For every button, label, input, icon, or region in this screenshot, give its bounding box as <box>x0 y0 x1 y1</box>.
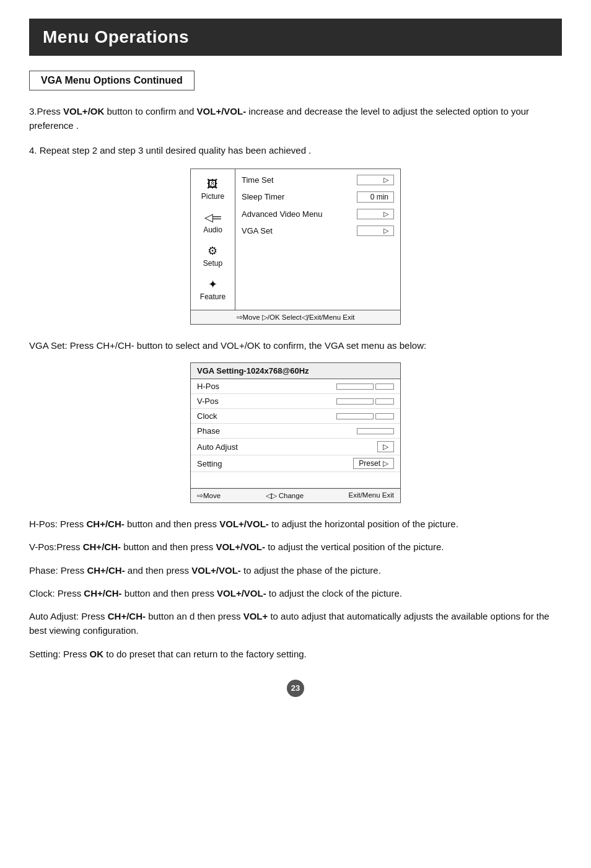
vga-set-intro: VGA Set: Press CH+/CH- button to select … <box>29 338 562 353</box>
paragraph-1: 3.Press VOL+/OK button to confirm and VO… <box>29 104 562 133</box>
desc-vpos: V-Pos:Press CH+/CH- button and then pres… <box>29 540 562 554</box>
vga-row-empty <box>191 472 400 488</box>
vga-row-clock: Clock <box>191 409 400 424</box>
vga-row-vpos: V-Pos <box>191 394 400 409</box>
menu-row-vgaset: VGA Set ▷ <box>235 222 400 239</box>
clock-bar2 <box>375 413 394 419</box>
desc-phase: Phase: Press CH+/CH- and then press VOL+… <box>29 563 562 577</box>
vga-setting-mockup: VGA Setting-1024x768@60Hz H-Pos V-Pos Cl… <box>190 362 401 503</box>
hpos-bar2 <box>375 384 394 390</box>
desc-clock: Clock: Press CH+/CH- button and then pre… <box>29 586 562 600</box>
vga-row-phase: Phase <box>191 424 400 439</box>
vga-setting-title: VGA Setting-1024x768@60Hz <box>191 363 400 379</box>
sidebar-item-picture: 🖼 Picture <box>199 173 227 206</box>
menu-row-timeset: Time Set ▷ <box>235 172 400 188</box>
setup-icon: ⚙ <box>203 244 222 258</box>
menu-main: Time Set ▷ Sleep Timer 0 min Advanced Vi… <box>235 169 400 310</box>
vga-footer: ⇨Move ◁▷ Change Exit/Menu Exit <box>191 488 400 502</box>
vga-footer-move: ⇨Move <box>197 491 221 500</box>
vga-row-autoadjust: Auto Adjust ▷ <box>191 439 400 455</box>
sidebar-item-setup: ⚙ Setup <box>201 239 225 273</box>
vga-row-setting: Setting Preset ▷ <box>191 455 400 472</box>
vpos-bar2 <box>375 398 394 405</box>
section-title: VGA Menu Options Continued <box>29 71 195 90</box>
clock-bar1 <box>336 413 374 419</box>
paragraph-2: 4. Repeat step 2 and step 3 until desire… <box>29 143 562 157</box>
picture-icon: 🖼 <box>201 178 224 191</box>
page-number: 23 <box>287 680 304 697</box>
page-header: Menu Operations <box>29 19 562 56</box>
menu-row-advvideo: Advanced Video Menu ▷ <box>235 206 400 222</box>
audio-icon: ◁═ <box>203 211 222 224</box>
page-number-container: 23 <box>29 680 562 697</box>
menu-row-empty1 <box>235 239 400 255</box>
preset-label: Preset <box>359 459 380 468</box>
vga-footer-change: ◁▷ Change <box>266 491 304 500</box>
vga-row-hpos: H-Pos <box>191 379 400 394</box>
menu-mockup: 🖼 Picture ◁═ Audio ⚙ Setup ✦ Feature <box>190 169 401 325</box>
sidebar-item-audio: ◁═ Audio <box>201 206 225 239</box>
desc-autoadj: Auto Adjust: Press CH+/CH- button an d t… <box>29 609 562 638</box>
hpos-bar1 <box>336 384 374 390</box>
feature-icon: ✦ <box>200 278 225 291</box>
menu-sidebar: 🖼 Picture ◁═ Audio ⚙ Setup ✦ Feature <box>191 169 235 310</box>
sidebar-item-feature: ✦ Feature <box>198 273 228 306</box>
phase-bar1 <box>357 428 394 434</box>
vpos-bar1 <box>336 398 374 405</box>
vga-footer-exit: Exit/Menu Exit <box>348 491 394 500</box>
menu-row-empty2 <box>235 255 400 270</box>
page-title: Menu Operations <box>43 27 548 47</box>
menu-row-sleeptimer: Sleep Timer 0 min <box>235 188 400 206</box>
desc-hpos: H-Pos: Press CH+/CH- button and then pre… <box>29 517 562 531</box>
preset-arrow: ▷ <box>383 459 388 468</box>
menu-footer: ⇨Move ▷/OK Select◁/Exit/Menu Exit <box>191 310 400 324</box>
desc-setting: Setting: Press OK to do preset that can … <box>29 647 562 661</box>
